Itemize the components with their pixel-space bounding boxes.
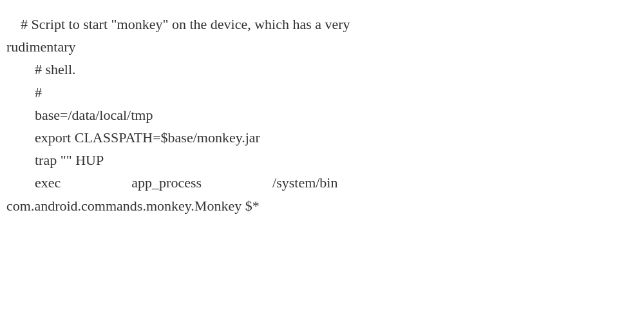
code-line-2: rudimentary — [6, 35, 638, 58]
code-line-1: # Script to start "monkey" on the device… — [6, 13, 638, 35]
code-line-9: com.android.commands.monkey.Monkey $* — [6, 194, 638, 217]
code-line-8: exec app_process /system/bin — [6, 171, 638, 194]
code-block: # Script to start "monkey" on the device… — [0, 0, 644, 230]
code-line-4: # — [6, 81, 638, 104]
code-line-7: trap "" HUP — [6, 149, 638, 171]
code-line-5: base=/data/local/tmp — [6, 104, 638, 126]
code-line-3: # shell. — [6, 58, 638, 80]
code-line-6: export CLASSPATH=$base/monkey.jar — [6, 126, 638, 149]
